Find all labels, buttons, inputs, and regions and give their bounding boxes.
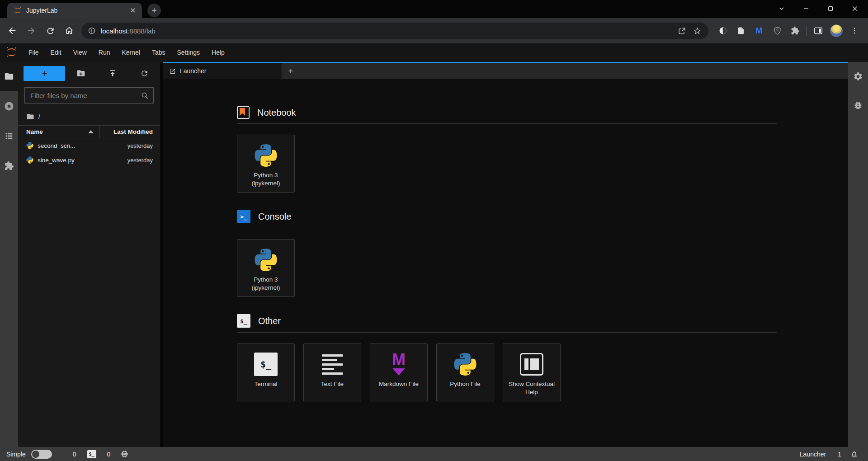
bell-icon[interactable] bbox=[850, 450, 858, 458]
section-title: Console bbox=[258, 212, 291, 222]
menu-file[interactable]: File bbox=[23, 43, 45, 61]
back-icon[interactable] bbox=[3, 21, 22, 40]
python-logo-icon bbox=[254, 141, 278, 170]
menu-view[interactable]: View bbox=[67, 43, 93, 61]
terminal-icon[interactable]: $_ bbox=[87, 450, 96, 458]
launcher-icon bbox=[169, 68, 176, 75]
site-info-icon[interactable] bbox=[88, 27, 96, 35]
window-maximize-button[interactable] bbox=[820, 0, 841, 17]
terminals-count: 0 bbox=[73, 451, 76, 458]
file-browser-toolbar bbox=[18, 62, 160, 85]
launcher-card-markdown-file[interactable]: M Markdown File bbox=[370, 343, 428, 401]
python-file-icon bbox=[26, 156, 33, 164]
python-logo-icon bbox=[453, 350, 477, 379]
left-activity-bar bbox=[0, 62, 18, 447]
file-row[interactable]: second_scri... yesterday bbox=[18, 138, 160, 153]
add-tab-button[interactable] bbox=[282, 63, 299, 79]
sidebar-tab-file-browser[interactable] bbox=[0, 62, 18, 91]
gear-icon bbox=[853, 71, 863, 81]
bookmark-star-icon[interactable] bbox=[689, 23, 705, 38]
file-name: second_scri... bbox=[38, 142, 75, 149]
address-bar[interactable]: localhost:8888/lab bbox=[81, 23, 708, 39]
launcher-card-label: Terminal bbox=[252, 380, 279, 388]
contextual-help-icon bbox=[520, 353, 543, 376]
launcher-card-contextual-help[interactable]: Show Contextual Help bbox=[503, 343, 561, 401]
new-launcher-button[interactable] bbox=[24, 66, 65, 81]
window-close-button[interactable] bbox=[844, 0, 865, 17]
launcher-card-label: Python 3 (ipykernel) bbox=[237, 171, 294, 187]
main-dock-panel: Launcher Notebook bbox=[163, 62, 848, 447]
dark-mode-extension-icon[interactable] bbox=[714, 22, 732, 40]
window-controls bbox=[771, 0, 865, 17]
shield-extension-icon[interactable] bbox=[768, 22, 786, 40]
home-icon[interactable] bbox=[60, 21, 79, 40]
document-extension-icon[interactable] bbox=[732, 22, 750, 40]
current-activity-label[interactable]: Launcher bbox=[800, 451, 826, 458]
menu-run[interactable]: Run bbox=[93, 43, 116, 61]
browser-toolbar: localhost:8888/lab M bbox=[0, 18, 868, 43]
notebook-icon bbox=[237, 106, 250, 119]
file-filter-input[interactable] bbox=[27, 92, 141, 99]
sidebar-tab-debugger[interactable] bbox=[853, 100, 863, 110]
menu-settings[interactable]: Settings bbox=[171, 43, 206, 61]
status-bar: Simple 0 $_ 0 Launcher 1 bbox=[0, 447, 868, 461]
menu-help[interactable]: Help bbox=[206, 43, 231, 61]
profile-avatar[interactable] bbox=[827, 22, 845, 40]
file-modified: yesterday bbox=[127, 157, 160, 164]
menu-kernel[interactable]: Kernel bbox=[116, 43, 146, 61]
file-row[interactable]: sine_wave.py yesterday bbox=[18, 153, 160, 167]
column-header-name[interactable]: Name bbox=[18, 126, 100, 138]
sidebar-tab-extension-manager[interactable] bbox=[0, 151, 18, 180]
search-icon bbox=[141, 92, 149, 99]
share-icon[interactable] bbox=[674, 23, 689, 38]
sidebar-tab-table-of-contents[interactable] bbox=[0, 122, 18, 151]
window-minimize-button[interactable] bbox=[796, 0, 816, 17]
reload-icon[interactable] bbox=[41, 21, 60, 40]
sort-ascending-icon bbox=[88, 130, 94, 133]
menu-edit[interactable]: Edit bbox=[45, 43, 67, 61]
console-icon: >_ bbox=[237, 210, 250, 223]
file-browser-panel: / Name Last Modified second_scri... yest… bbox=[18, 62, 160, 447]
launcher-card-terminal[interactable]: $_ Terminal bbox=[237, 343, 295, 401]
file-name: sine_wave.py bbox=[38, 157, 75, 164]
launcher-card-console-python3[interactable]: Python 3 (ipykernel) bbox=[237, 239, 295, 297]
launcher-card-notebook-python3[interactable]: Python 3 (ipykernel) bbox=[237, 135, 295, 193]
refresh-file-list-button[interactable] bbox=[137, 66, 152, 81]
extensions-puzzle-icon[interactable] bbox=[786, 22, 804, 40]
browser-tab[interactable]: JupyterLab bbox=[7, 3, 142, 18]
launcher-card-label: Text File bbox=[319, 380, 346, 388]
browser-tab-title: JupyterLab bbox=[26, 7, 128, 14]
launcher-card-label: Python File bbox=[448, 380, 483, 388]
sidebar-tab-running-sessions[interactable] bbox=[0, 92, 18, 121]
markdown-icon: M bbox=[392, 353, 406, 376]
launcher-section-other: $_ Other $_ Terminal Text File bbox=[237, 314, 777, 401]
jupyterlab-shell: / Name Last Modified second_scri... yest… bbox=[0, 62, 868, 447]
menu-tabs[interactable]: Tabs bbox=[146, 43, 171, 61]
sidebar-tab-property-inspector[interactable] bbox=[853, 71, 863, 81]
tab-launcher[interactable]: Launcher bbox=[163, 63, 282, 79]
panel-splitter[interactable] bbox=[160, 62, 163, 447]
home-folder-icon[interactable] bbox=[26, 113, 34, 121]
upload-button[interactable] bbox=[105, 66, 120, 81]
launcher-card-label: Show Contextual Help bbox=[503, 380, 560, 396]
malwarebytes-extension-icon[interactable]: M bbox=[750, 22, 768, 40]
simple-mode-toggle[interactable] bbox=[31, 450, 52, 459]
browser-menu-kebab-icon[interactable] bbox=[845, 22, 863, 40]
launcher-card-python-file[interactable]: Python File bbox=[436, 343, 494, 401]
kernel-chip-icon[interactable] bbox=[120, 450, 129, 458]
url-text: localhost:8888/lab bbox=[101, 27, 674, 35]
toolbar-separator bbox=[807, 26, 807, 36]
forward-icon[interactable] bbox=[22, 21, 41, 40]
file-list-header: Name Last Modified bbox=[18, 125, 160, 138]
tab-search-chevron-icon[interactable] bbox=[771, 0, 792, 17]
launcher-body: Notebook Python 3 (ipykernel) bbox=[163, 79, 848, 447]
new-folder-button[interactable] bbox=[73, 66, 89, 81]
new-tab-button[interactable] bbox=[147, 4, 161, 17]
right-activity-bar bbox=[848, 62, 868, 447]
side-panel-icon[interactable] bbox=[809, 22, 827, 40]
breadcrumb-root[interactable]: / bbox=[38, 113, 40, 120]
column-header-last-modified[interactable]: Last Modified bbox=[100, 128, 160, 135]
file-modified: yesterday bbox=[127, 142, 160, 149]
tab-close-icon[interactable] bbox=[128, 6, 137, 15]
launcher-card-text-file[interactable]: Text File bbox=[303, 343, 361, 401]
